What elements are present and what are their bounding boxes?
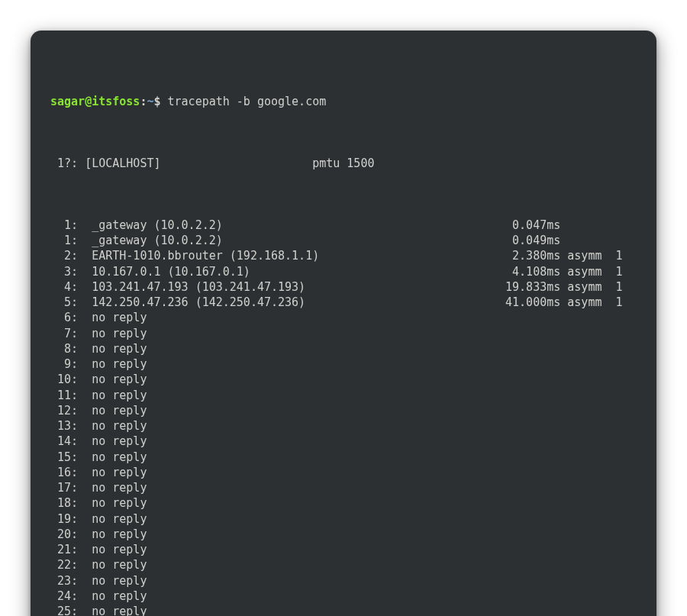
hop-line: 19: no reply xyxy=(50,511,637,527)
hop-line: 21: no reply xyxy=(50,542,637,557)
hop-line: 20: no reply xyxy=(50,527,637,542)
hop-line: 11: no reply xyxy=(50,388,637,403)
hop-line: 1: _gateway (10.0.2.2) 0.047ms xyxy=(50,218,637,233)
hop-line: 9: no reply xyxy=(50,356,637,372)
hop-line: 1: _gateway (10.0.2.2) 0.049ms xyxy=(50,233,637,248)
hop-line: 13: no reply xyxy=(50,418,637,434)
hop-line: 17: no reply xyxy=(50,480,637,495)
hop-line: 4: 103.241.47.193 (103.241.47.193) 19.83… xyxy=(50,279,637,295)
prompt-user-host: sagar@itsfoss xyxy=(50,95,140,108)
command-text: tracepath -b google.com xyxy=(161,95,327,108)
hop-line: 7: no reply xyxy=(50,326,637,341)
hop-line: 15: no reply xyxy=(50,450,637,465)
prompt-line-command: sagar@itsfoss:~$ tracepath -b google.com xyxy=(50,94,637,109)
terminal-window[interactable]: sagar@itsfoss:~$ tracepath -b google.com… xyxy=(31,31,656,616)
hop-line: 5: 142.250.47.236 (142.250.47.236) 41.00… xyxy=(50,295,637,310)
hop-line: 12: no reply xyxy=(50,403,637,418)
hop-line: 22: no reply xyxy=(50,557,637,572)
hop-line: 14: no reply xyxy=(50,434,637,449)
hop-line: 16: no reply xyxy=(50,465,637,480)
hop-line: 25: no reply xyxy=(50,604,637,616)
hop-line: 23: no reply xyxy=(50,573,637,589)
hop-line: 6: no reply xyxy=(50,310,637,325)
hop-line: 10: no reply xyxy=(50,372,637,387)
hops-output: 1: _gateway (10.0.2.2) 0.047ms 1: _gatew… xyxy=(50,218,637,616)
prompt-dollar: $ xyxy=(153,95,160,108)
hop-line: 18: no reply xyxy=(50,495,637,511)
hop-line: 24: no reply xyxy=(50,589,637,604)
hop-line: 3: 10.167.0.1 (10.167.0.1) 4.108ms asymm… xyxy=(50,264,637,279)
hop-line: 2: EARTH-1010.bbrouter (192.168.1.1) 2.3… xyxy=(50,248,637,263)
output-header: 1?: [LOCALHOST] pmtu 1500 xyxy=(50,156,637,171)
hop-line: 8: no reply xyxy=(50,341,637,356)
